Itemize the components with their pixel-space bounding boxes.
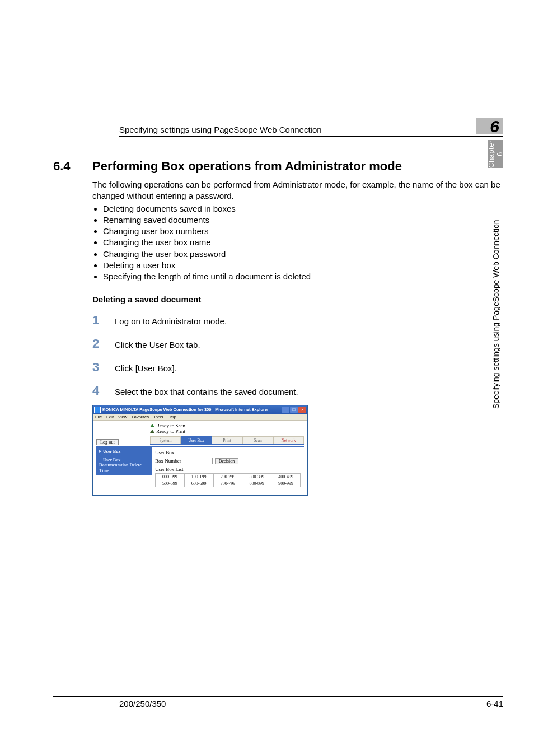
tab-scan[interactable]: Scan: [242, 436, 273, 444]
step-number: 2: [92, 337, 115, 351]
range-table: 000-099 100-199 200-299 300-399 400-499 …: [155, 473, 301, 487]
step-row: 2 Click the User Box tab.: [92, 337, 503, 351]
step-row: 3 Click [User Box].: [92, 360, 503, 375]
window-titlebar[interactable]: KONICA MINOLTA PageScope Web Connection …: [93, 405, 307, 414]
sidebar-item-user-box[interactable]: User Box: [96, 447, 152, 456]
step-text: Click the User Box tab.: [115, 338, 200, 349]
close-icon[interactable]: ×: [298, 407, 306, 413]
tab-user-box[interactable]: User Box: [181, 436, 212, 444]
side-chapter-tab: Chapter 6: [488, 140, 503, 168]
section-title: Performing Box operations from Administr…: [92, 159, 402, 174]
tab-print[interactable]: Print: [212, 436, 242, 444]
user-box-list-label: User Box List: [155, 466, 301, 472]
window-title: KONICA MINOLTA PageScope Web Connection …: [102, 407, 281, 412]
list-item: Changing user box numbers: [103, 226, 503, 237]
range-link[interactable]: 900-999: [271, 480, 301, 487]
step-row: 1 Log on to Administrator mode.: [92, 313, 503, 328]
ie-icon: [94, 407, 101, 413]
status-scan: Ready to Scan: [156, 423, 185, 428]
menu-edit[interactable]: Edit: [106, 414, 114, 419]
logout-button[interactable]: Log-out: [96, 439, 119, 445]
section-number: 6.4: [53, 159, 92, 174]
screenshot-window: KONICA MINOLTA PageScope Web Connection …: [92, 405, 308, 496]
side-vertical-text: Specifying settings using PageScope Web …: [491, 174, 500, 409]
status-print: Ready to Print: [156, 428, 185, 434]
range-link[interactable]: 500-599: [156, 480, 185, 487]
chapter-number: 6: [490, 117, 499, 136]
footer-right: 6-41: [486, 699, 503, 708]
footer-left: 200/250/350: [119, 699, 166, 708]
decision-button[interactable]: Decision: [215, 458, 238, 464]
sidebar-item-label: User Box Documentation Delete Time: [99, 458, 142, 473]
running-title: Specifying settings using PageScope Web …: [119, 125, 470, 134]
panel-title: User Box: [155, 450, 301, 455]
step-number: 3: [92, 360, 115, 375]
section-intro: The following operations can be performe…: [92, 179, 503, 202]
step-text: Select the box that contains the saved d…: [115, 385, 298, 396]
page-footer: 200/250/350 6-41: [53, 696, 503, 708]
tab-system[interactable]: System: [150, 436, 181, 444]
list-item: Renaming saved documents: [103, 214, 503, 226]
menu-tools[interactable]: Tools: [153, 414, 163, 419]
tab-network[interactable]: Network: [273, 436, 304, 444]
triangle-icon: [99, 450, 101, 453]
step-text: Click [User Box].: [115, 361, 177, 373]
range-link[interactable]: 100-199: [184, 474, 213, 480]
bullet-list: Deleting documents saved in boxes Renami…: [92, 203, 503, 283]
range-link[interactable]: 700-799: [213, 480, 242, 487]
range-link[interactable]: 000-099: [156, 474, 185, 480]
sidebar-item-label: User Box: [103, 449, 120, 454]
step-text: Log on to Administrator mode.: [115, 314, 227, 326]
sidebar-item-delete-time[interactable]: User Box Documentation Delete Time: [96, 456, 152, 475]
subhead: Deleting a saved document: [92, 295, 503, 304]
menu-view[interactable]: View: [118, 414, 127, 419]
list-item: Specifying the length of time until a do…: [103, 271, 503, 282]
minimize-icon[interactable]: _: [282, 407, 289, 413]
box-number-input[interactable]: [184, 458, 213, 464]
printer-icon: [150, 430, 154, 433]
range-link[interactable]: 400-499: [271, 474, 301, 480]
range-link[interactable]: 600-699: [184, 480, 213, 487]
menu-bar[interactable]: File Edit View Favorites Tools Help: [93, 414, 307, 421]
scanner-icon: [150, 424, 154, 427]
maximize-icon[interactable]: □: [290, 407, 298, 413]
menu-help[interactable]: Help: [168, 414, 176, 419]
step-number: 1: [92, 313, 115, 328]
list-item: Changing the user box name: [103, 237, 503, 248]
triangle-icon: [99, 458, 101, 461]
chapter-badge: 6: [476, 118, 503, 134]
range-link[interactable]: 200-299: [213, 474, 242, 480]
list-item: Changing the user box password: [103, 249, 503, 260]
menu-favorites[interactable]: Favorites: [132, 414, 149, 419]
step-row: 4 Select the box that contains the saved…: [92, 384, 503, 398]
range-link[interactable]: 800-899: [242, 480, 271, 487]
step-number: 4: [92, 384, 115, 398]
list-item: Deleting documents saved in boxes: [103, 203, 503, 214]
menu-file[interactable]: File: [95, 414, 102, 419]
range-link[interactable]: 300-399: [242, 474, 271, 480]
list-item: Deleting a user box: [103, 260, 503, 271]
box-number-label: Box Number: [155, 458, 181, 464]
